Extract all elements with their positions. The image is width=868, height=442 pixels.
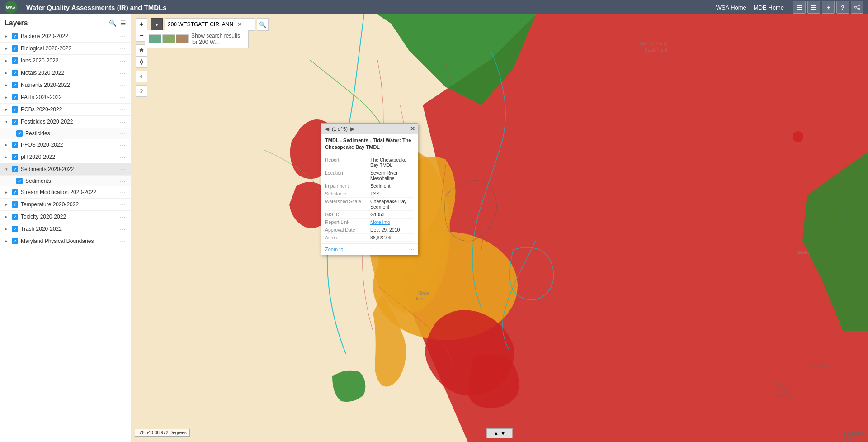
popup-prev-btn[interactable]: ◀ — [324, 126, 330, 132]
popup-close-btn[interactable]: ✕ — [410, 125, 415, 132]
layer-checkbox-temperature[interactable] — [12, 201, 18, 208]
layer-more-ions[interactable]: ··· — [118, 57, 127, 64]
search-dropdown-btn[interactable]: ▼ — [151, 18, 163, 31]
search-thumb-2[interactable] — [162, 34, 175, 43]
layer-expand-biological[interactable]: ▸ — [5, 46, 12, 51]
layer-checkbox-toxicity[interactable] — [12, 214, 18, 220]
collapse-tool-btn[interactable]: ⊞ — [822, 1, 835, 14]
layer-more-trash[interactable]: ··· — [118, 225, 127, 233]
search-submit-btn[interactable]: 🔍 — [257, 18, 269, 31]
layer-expand-md-boundaries[interactable]: ▸ — [5, 239, 12, 243]
layer-more-pfos[interactable]: ··· — [118, 141, 127, 148]
back-btn[interactable] — [136, 71, 147, 82]
nav-wsa-home[interactable]: WSA Home — [716, 4, 746, 11]
search-thumb-3[interactable] — [176, 34, 189, 43]
layer-expand-sediments[interactable]: ▾ — [5, 167, 12, 171]
layer-item-stream-mod[interactable]: ▸Stream Modification 2020-2022··· — [0, 186, 131, 199]
layer-checkbox-trash[interactable] — [12, 226, 18, 232]
layer-item-pfos[interactable]: ▸PFOS 2020-2022··· — [0, 139, 131, 151]
layer-checkbox-pahs[interactable] — [12, 94, 18, 100]
layer-more-bacteria[interactable]: ··· — [118, 33, 127, 40]
layer-expand-pahs[interactable]: ▸ — [5, 95, 12, 100]
layer-expand-pcbs[interactable]: ▸ — [5, 107, 12, 112]
layer-expand-bacteria[interactable]: ▸ — [5, 34, 12, 38]
layer-item-temperature[interactable]: ▸Temperature 2020-2022··· — [0, 199, 131, 211]
layer-checkbox-bacteria[interactable] — [12, 33, 18, 39]
popup-more-btn[interactable]: ··· — [409, 246, 414, 253]
layers-tool-btn[interactable] — [793, 1, 806, 14]
layer-sub-item-pesticides-sub[interactable]: Pesticides··· — [0, 128, 131, 139]
layer-checkbox-biological[interactable] — [12, 45, 18, 52]
layer-item-toxicity[interactable]: ▸Toxicity 2020-2022··· — [0, 211, 131, 223]
search-layers-icon[interactable]: 🔍 — [109, 19, 117, 27]
layer-expand-ph[interactable]: ▸ — [5, 155, 12, 159]
table-tool-btn[interactable] — [807, 1, 820, 14]
layer-checkbox-ions[interactable] — [12, 57, 18, 64]
layer-expand-ions[interactable]: ▸ — [5, 58, 12, 63]
layer-checkbox-nutrients[interactable] — [12, 82, 18, 88]
layer-item-trash[interactable]: ▸Trash 2020-2022··· — [0, 223, 131, 235]
search-thumb-1[interactable] — [149, 34, 161, 43]
search-box[interactable]: ✕ — [165, 18, 255, 31]
layer-more-pesticides-sub[interactable]: ··· — [118, 130, 127, 137]
layer-more-md-boundaries[interactable]: ··· — [118, 238, 127, 245]
layer-expand-pesticides[interactable]: ▾ — [5, 119, 12, 124]
layer-sub-item-sediments-sub[interactable]: Sediments··· — [0, 176, 131, 186]
popup-row-value[interactable]: More info — [370, 219, 414, 225]
layer-item-biological[interactable]: ▸Biological 2020-2022··· — [0, 43, 131, 55]
svg-point-30 — [140, 61, 143, 63]
map-area[interactable]: Blake Isle Bay C Mata Normans Queen Anne… — [131, 14, 868, 442]
layer-more-metals[interactable]: ··· — [118, 69, 127, 76]
locate-btn[interactable] — [136, 56, 147, 68]
layer-checkbox-sediments[interactable] — [12, 166, 18, 172]
nav-mde-home[interactable]: MDE Home — [754, 4, 784, 11]
layer-item-pahs[interactable]: ▸PAHs 2020-2022··· — [0, 91, 131, 104]
layer-item-bacteria[interactable]: ▸Bacteria 2020-2022··· — [0, 30, 131, 43]
layer-checkbox-pesticides[interactable] — [12, 119, 18, 125]
layer-expand-stream-mod[interactable]: ▸ — [5, 190, 12, 195]
layer-more-toxicity[interactable]: ··· — [118, 213, 127, 220]
layer-checkbox-md-boundaries[interactable] — [12, 238, 18, 244]
layer-checkbox-metals[interactable] — [12, 70, 18, 76]
layer-more-temperature[interactable]: ··· — [118, 201, 127, 208]
layer-checkbox-sediments-sub[interactable] — [16, 178, 23, 184]
layer-expand-pfos[interactable]: ▸ — [5, 143, 12, 147]
layer-item-nutrients[interactable]: ▸Nutrients 2020-2022··· — [0, 79, 131, 91]
popup-zoom-btn[interactable]: Zoom to — [325, 247, 343, 252]
zoom-in-btn[interactable]: + — [136, 18, 147, 30]
layer-item-ph[interactable]: ▸pH 2020-2022··· — [0, 151, 131, 163]
layer-more-pahs[interactable]: ··· — [118, 94, 127, 101]
layer-checkbox-pcbs[interactable] — [12, 106, 18, 113]
layer-more-pesticides[interactable]: ··· — [118, 118, 127, 125]
layer-checkbox-pfos[interactable] — [12, 142, 18, 148]
layer-expand-nutrients[interactable]: ▸ — [5, 83, 12, 87]
layer-expand-toxicity[interactable]: ▸ — [5, 214, 12, 219]
layer-item-md-boundaries[interactable]: ▸Maryland Physical Boundaries··· — [0, 235, 131, 247]
popup-next-btn[interactable]: ▶ — [349, 126, 355, 132]
layer-more-nutrients[interactable]: ··· — [118, 81, 127, 89]
search-clear-btn[interactable]: ✕ — [237, 21, 242, 28]
layer-more-ph[interactable]: ··· — [118, 153, 127, 161]
layer-expand-temperature[interactable]: ▸ — [5, 202, 12, 207]
layer-checkbox-ph[interactable] — [12, 154, 18, 160]
layer-item-pcbs[interactable]: ▸PCBs 2020-2022··· — [0, 104, 131, 116]
filter-layers-icon[interactable]: ☰ — [120, 19, 126, 27]
layer-more-pcbs[interactable]: ··· — [118, 106, 127, 113]
bottom-panel-toggle[interactable]: ▲ ▼ — [486, 428, 512, 438]
layer-item-sediments[interactable]: ▾Sediments 2020-2022··· — [0, 163, 131, 176]
layer-item-pesticides[interactable]: ▾Pesticides 2020-2022··· — [0, 116, 131, 128]
layer-more-biological[interactable]: ··· — [118, 45, 127, 52]
layer-expand-metals[interactable]: ▸ — [5, 71, 12, 75]
layer-item-ions[interactable]: ▸Ions 2020-2022··· — [0, 55, 131, 67]
help-tool-btn[interactable]: ? — [836, 1, 849, 14]
share-tool-btn[interactable] — [851, 1, 863, 14]
layer-more-sediments-sub[interactable]: ··· — [118, 177, 127, 185]
layer-more-stream-mod[interactable]: ··· — [118, 189, 127, 196]
search-input[interactable] — [168, 21, 236, 28]
layer-checkbox-pesticides-sub[interactable] — [16, 130, 23, 137]
forward-btn[interactable] — [136, 85, 147, 97]
layer-more-sediments[interactable]: ··· — [118, 166, 127, 173]
layer-expand-trash[interactable]: ▸ — [5, 227, 12, 231]
layer-checkbox-stream-mod[interactable] — [12, 189, 18, 195]
layer-item-metals[interactable]: ▸Metals 2020-2022··· — [0, 67, 131, 79]
